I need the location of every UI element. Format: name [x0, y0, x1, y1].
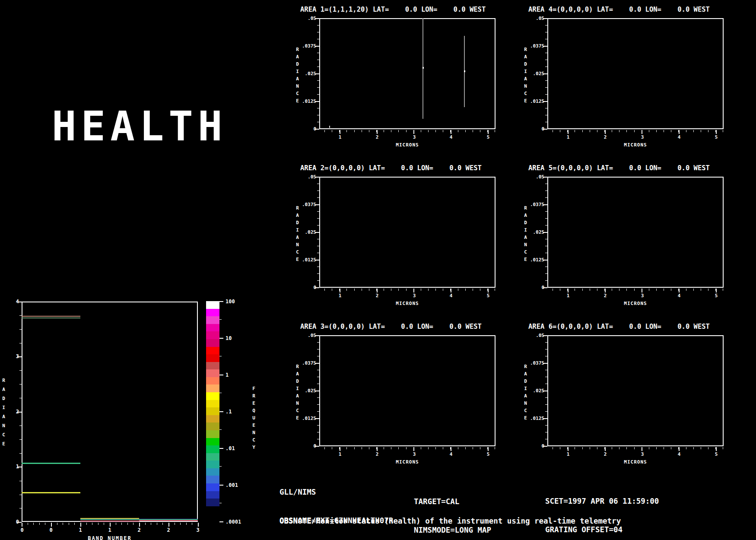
x-tick-label: 4: [670, 451, 688, 457]
colorbar-gradient: [206, 301, 219, 521]
colorbar-tick-label: 1: [226, 372, 251, 378]
x-tick-label: 2: [368, 451, 386, 457]
y-tick-label: .025: [289, 230, 316, 235]
x-tick-label: 1: [331, 134, 349, 140]
spectrum-plot-area-5: AREA 5=(0,0,0,0) LAT= 0.0 LON= 0.0 WEST …: [547, 177, 724, 288]
spectrum-plot-area-6: AREA 6=(0,0,0,0) LAT= 0.0 LON= 0.0 WEST …: [547, 335, 724, 446]
x-axis-label: MICRONS: [319, 142, 496, 148]
data-point: [329, 126, 330, 128]
x-tick-label: 1: [331, 451, 349, 457]
y-tick-label: .0375: [289, 361, 316, 365]
y-tick-label: .025: [518, 71, 544, 76]
colorbar-tick-label: 100: [226, 299, 251, 304]
colorbar-tick-label: .1: [226, 409, 251, 414]
y-tick-label: 0: [289, 127, 316, 131]
data-band-segment: [80, 521, 139, 521]
x-tick-label: 2: [162, 527, 175, 533]
x-tick-label: 1: [559, 451, 577, 457]
plot-title: AREA 6=(0,0,0,0) LAT= 0.0 LON= 0.0 WEST: [528, 323, 710, 330]
x-axis-label: MICRONS: [319, 301, 496, 306]
x-tick-label: 1: [559, 134, 577, 140]
y-axis-label: RADIANCE: [1, 378, 6, 450]
x-tick-label: 5: [708, 451, 725, 457]
data-peak-marker: [464, 70, 465, 72]
y-tick-label: 0: [518, 285, 544, 290]
obsnote-line: OBSNOTE=Monitor status (health) of the i…: [280, 517, 621, 525]
plot-title: AREA 3=(0,0,0,0) LAT= 0.0 LON= 0.0 WEST: [300, 323, 482, 330]
y-tick-label: .0375: [289, 44, 316, 48]
x-axis-label: MICRONS: [547, 301, 724, 306]
y-tick-label: 0: [518, 444, 544, 448]
y-axis-label: RADIANCE: [295, 205, 300, 264]
spectrum-plot-area-3: AREA 3=(0,0,0,0) LAT= 0.0 LON= 0.0 WEST …: [319, 335, 496, 446]
plot-title: AREA 2=(0,0,0,0) LAT= 0.0 LON= 0.0 WEST: [300, 164, 482, 172]
data-series-layer: [547, 177, 724, 288]
x-axis-minor-ticks: [553, 289, 724, 291]
x-axis-minor-ticks: [324, 289, 496, 291]
info-column-right: SCET=1997 APR 06 11:59:00 GRATING OFFSET…: [545, 477, 659, 540]
spectrum-plot-area-2: AREA 2=(0,0,0,0) LAT= 0.0 LON= 0.0 WEST …: [319, 177, 496, 288]
x-tick-label: 3: [406, 134, 423, 140]
x-tick-label: 4: [442, 451, 460, 457]
x-tick-label: 2: [368, 134, 386, 140]
y-tick-label: .05: [289, 16, 316, 21]
x-tick-label: 5: [708, 134, 725, 140]
colorbar-tick-label: 10: [226, 336, 251, 341]
x-axis-label: MICRONS: [319, 459, 496, 465]
y-tick-label: .0125: [518, 416, 544, 421]
plot-title: AREA 1=(1,1,1,20) LAT= 0.0 LON= 0.0 WEST: [300, 6, 486, 13]
y-tick-label: .05: [518, 175, 544, 179]
x-tick-label: 1: [74, 527, 87, 533]
x-tick-label: 0: [44, 527, 57, 533]
y-tick-label: .05: [289, 333, 316, 338]
x-tick-label: 4: [442, 293, 460, 299]
x-tick-label: 3: [406, 293, 423, 299]
x-axis-minor-ticks: [324, 130, 496, 132]
colorbar-tick-label: .0001: [226, 519, 251, 524]
spectrum-plot-area-1: AREA 1=(1,1,1,20) LAT= 0.0 LON= 0.0 WEST…: [319, 18, 496, 129]
x-tick-label: 2: [368, 293, 386, 299]
x-tick-label: 4: [670, 134, 688, 140]
x-tick-label: 2: [133, 527, 146, 533]
data-series-layer: [547, 335, 724, 446]
data-band-segment: [139, 520, 198, 521]
colorbar-tick-label: .01: [226, 446, 251, 451]
y-tick-label: .05: [289, 175, 316, 179]
y-tick-label: .0125: [289, 257, 316, 262]
x-tick-label: 0: [16, 527, 29, 533]
y-tick-label: .025: [518, 230, 544, 235]
x-tick-label: 1: [331, 293, 349, 299]
x-axis-minor-ticks: [324, 447, 496, 449]
y-tick-label: .0125: [289, 99, 316, 104]
info-column-middle: TARGET=CAL NIMSMODE=LONG MAP F(1 u)=76.6…: [414, 478, 491, 540]
data-series-layer: [319, 177, 496, 288]
y-tick-label: .0375: [289, 202, 316, 207]
x-tick-label: 3: [634, 451, 651, 457]
data-band-segment: [22, 316, 80, 317]
x-tick-label: 2: [597, 451, 614, 457]
spectrum-plot-area-4: AREA 4=(0,0,0,0) LAT= 0.0 LON= 0.0 WEST …: [547, 18, 724, 129]
data-series-layer: [319, 18, 496, 129]
x-axis-minor-ticks: [22, 523, 199, 525]
band-histogram-plot: RADIANCE 4 3 2 1 0 0 0 1 1 2 2 3 BAND NU…: [22, 302, 198, 522]
x-tick-label: 5: [708, 293, 725, 299]
nimsmode-line: NIMSMODE=LONG MAP: [414, 525, 491, 535]
x-tick-label: 3: [191, 527, 204, 533]
frequency-colorbar: 100 10 1 .1 .01 .001 .0001 FREQUENCY: [206, 301, 219, 521]
info-column-left: GLL/NIMS OBSNAME/EXT=G7NNHEALTH07R BEG S…: [280, 468, 393, 540]
y-tick-label: .0125: [289, 416, 316, 421]
x-axis-minor-ticks: [553, 130, 724, 132]
grating-offset-line: GRATING OFFSET=04: [545, 525, 659, 534]
y-tick-label: .0125: [518, 257, 544, 262]
y-tick-label: .0375: [518, 361, 544, 365]
x-tick-label: 4: [670, 293, 688, 299]
colorbar-minor-ticks: [219, 319, 222, 522]
y-tick-label: .05: [518, 333, 544, 338]
y-axis-label: RADIANCE: [295, 47, 300, 105]
y-tick-label: 0: [518, 127, 544, 131]
data-series-layer: [22, 302, 198, 522]
y-axis-label: RADIANCE: [523, 205, 528, 264]
data-series-layer: [547, 18, 724, 129]
data-band-segment: [22, 463, 80, 464]
x-tick-label: 4: [442, 134, 460, 140]
